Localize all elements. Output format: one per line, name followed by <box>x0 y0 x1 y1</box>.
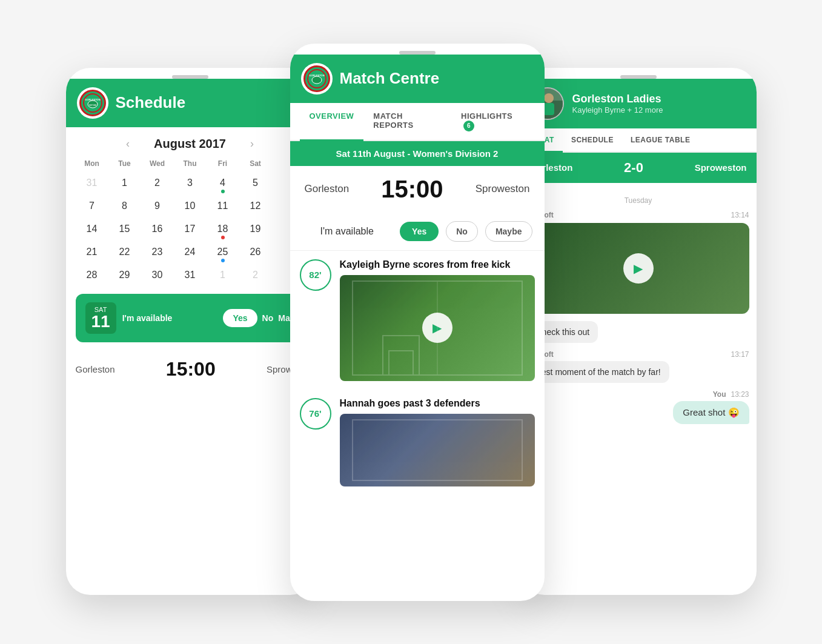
schedule-title: Schedule <box>116 93 186 112</box>
cal-cell-21[interactable]: 21 <box>76 241 108 264</box>
msg-sender-4: You <box>713 390 726 399</box>
avail-label-center: I'm available <box>320 226 393 237</box>
no-button-left[interactable]: No <box>262 313 274 323</box>
match-time-left: 15:00 <box>120 358 262 380</box>
cal-cell-10[interactable]: 10 <box>174 194 207 217</box>
cal-cell-22[interactable]: 22 <box>108 241 141 264</box>
cal-cell-29[interactable]: 29 <box>108 264 141 287</box>
tab-league-table[interactable]: LEAGUE TABLE <box>622 128 698 151</box>
video-thumb-2[interactable] <box>340 414 535 486</box>
schedule-header: GORLESTON EST 196 Schedule <box>66 79 314 127</box>
cal-cell-23[interactable]: 23 <box>141 241 174 264</box>
tab-match-reports[interactable]: MATCH REPORTS <box>363 103 451 140</box>
today-circle: 11 <box>207 201 239 211</box>
cal-cell-17[interactable]: 17 <box>174 217 207 241</box>
match-score-center: Gorleston 15:00 Sproweston <box>290 166 545 213</box>
next-month-arrow[interactable]: › <box>250 138 254 150</box>
cal-header-sat: Sat <box>239 156 272 171</box>
highlights-badge: 6 <box>463 121 474 131</box>
cal-header-fri: Fri <box>207 156 239 171</box>
tab-highlights[interactable]: HIGHLIGHTS 6 <box>451 103 534 140</box>
cal-cell-3[interactable]: 3 <box>174 171 207 194</box>
score-away: Sproweston <box>695 162 747 173</box>
match-club-logo: GORLESTON <box>301 63 333 95</box>
chat-phone: Gorleston Ladies Kayleigh Byrne + 12 mor… <box>520 68 757 595</box>
svg-point-6 <box>312 76 322 84</box>
tab-overview[interactable]: OVERVIEW <box>300 103 364 140</box>
cal-cell-8[interactable]: 8 <box>108 194 141 217</box>
video-thumb-1[interactable]: ▶ <box>340 275 535 381</box>
svg-text:EST 196: EST 196 <box>89 104 96 107</box>
svg-point-14 <box>544 93 554 103</box>
msg-time-4: 13:23 <box>731 390 749 399</box>
cal-cell-5[interactable]: 5 <box>239 171 272 194</box>
match-score-left: Gorleston 15:00 Sprows... <box>66 350 314 389</box>
cal-cell-4[interactable]: 4 <box>207 171 239 194</box>
msg-header-1: ry Croft 13:14 <box>528 211 749 219</box>
schedule-phone: GORLESTON EST 196 Schedule ‹ August 2017… <box>66 68 314 595</box>
cal-header-mon: Mon <box>76 156 108 171</box>
cal-cell-24[interactable]: 24 <box>174 241 207 264</box>
scene: GORLESTON EST 196 Schedule ‹ August 2017… <box>0 0 822 644</box>
tab-schedule[interactable]: SCHEDULE <box>563 128 622 151</box>
event-day-num: 11 <box>91 313 110 330</box>
event-dot-25 <box>221 259 225 262</box>
score-result: 2-0 <box>624 160 643 176</box>
highlight-item-2: 76' Hannah goes past 3 defenders <box>290 390 545 495</box>
video-bubble-chat[interactable]: ▶ <box>528 223 749 314</box>
calendar-row-4: 21 22 23 24 25 26 <box>76 241 305 264</box>
cal-cell-31b[interactable]: 31 <box>174 264 207 287</box>
no-button-center[interactable]: No <box>446 221 478 242</box>
chat-message-3: ry Croft 13:17 Best moment of the match … <box>528 350 749 383</box>
day-divider: Tuesday <box>528 196 749 205</box>
cal-cell-15[interactable]: 15 <box>108 217 141 241</box>
my-msg-emoji: 😜 <box>728 407 740 417</box>
cal-cell-7[interactable]: 7 <box>76 194 108 217</box>
cal-cell-25[interactable]: 25 <box>207 241 239 264</box>
chat-area: Tuesday ry Croft 13:14 ▶ Check this out <box>520 183 757 439</box>
event-date-box: SAT 11 <box>85 302 116 334</box>
cal-cell-9[interactable]: 9 <box>141 194 174 217</box>
cal-cell-1[interactable]: 1 <box>108 171 141 194</box>
cal-cell-26[interactable]: 26 <box>239 241 272 264</box>
chat-message-1: ry Croft 13:14 ▶ <box>528 211 749 314</box>
yes-button-center[interactable]: Yes <box>400 222 439 241</box>
svg-rect-9 <box>389 351 413 375</box>
cal-cell-18[interactable]: 18 <box>207 217 239 241</box>
minute-circle-2: 76' <box>300 398 331 430</box>
chat-group-name: Gorleston Ladies <box>572 93 746 105</box>
cal-cell-11-today[interactable]: 11 <box>207 194 239 217</box>
chat-bubble-3: Best moment of the match by far! <box>528 361 669 383</box>
event-dot-18 <box>221 236 225 239</box>
cal-cell-31[interactable]: 31 <box>76 171 108 194</box>
msg-time-1: 13:14 <box>731 211 749 219</box>
yes-button-left[interactable]: Yes <box>223 309 257 327</box>
cal-cell-16[interactable]: 16 <box>141 217 174 241</box>
my-msg-row: Great shot 😜 <box>528 401 749 424</box>
soccer-scene-1 <box>340 275 535 381</box>
play-button-chat[interactable]: ▶ <box>623 253 654 284</box>
cal-cell-28[interactable]: 28 <box>76 264 108 287</box>
cal-header-thu: Thu <box>174 156 207 171</box>
prev-month-arrow[interactable]: ‹ <box>126 138 130 150</box>
cal-cell-19[interactable]: 19 <box>239 217 272 241</box>
msg-header-3: ry Croft 13:17 <box>528 350 749 359</box>
calendar-row-5: 28 29 30 31 1 2 <box>76 264 305 287</box>
maybe-button-center[interactable]: Maybe <box>485 221 532 242</box>
cal-cell-30[interactable]: 30 <box>141 264 174 287</box>
match-header: GORLESTON Match Centre <box>290 55 545 103</box>
cal-cell-12[interactable]: 12 <box>239 194 272 217</box>
highlight-title-2: Hannah goes past 3 defenders <box>340 398 535 409</box>
chat-members: Kayleigh Byrne + 12 more <box>572 105 746 115</box>
svg-rect-15 <box>543 103 554 115</box>
cal-cell-2[interactable]: 2 <box>141 171 174 194</box>
highlight-content-1: Kayleigh Byrne scores from free kick ▶ <box>340 259 535 381</box>
cal-cell-14[interactable]: 14 <box>76 217 108 241</box>
cal-cell-2b: 2 <box>239 264 272 287</box>
cal-header-tue: Tue <box>108 156 141 171</box>
match-logo-inner: GORLESTON <box>303 65 330 92</box>
chat-tabs: CHAT SCHEDULE LEAGUE TABLE <box>520 128 757 153</box>
club-logo-inner: GORLESTON EST 196 <box>79 90 106 116</box>
score-banner: Gorleston 2-0 Sproweston <box>520 153 757 183</box>
match-centre-phone: GORLESTON Match Centre OVERVIEW MATCH RE… <box>290 44 545 601</box>
